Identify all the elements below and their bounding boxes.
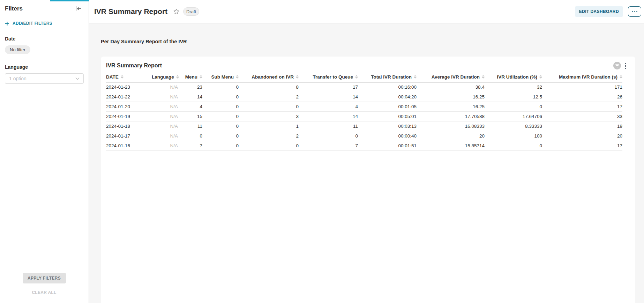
column-header-sub-menu[interactable]: Sub Menu [202,72,239,82]
chevron-down-icon [75,77,80,80]
status-badge: Draft [183,7,199,16]
column-header-abandoned-on-ivr[interactable]: Abandoned on IVR [239,72,299,82]
filters-panel-title: Filters [5,5,23,12]
table-cell: 38.4 [417,82,485,92]
table-cell: 0 [239,141,299,150]
table-cell: N/A [152,111,178,121]
filters-sidebar: Filters ADD/EDIT FILTERS Date No filter … [0,0,89,303]
table-cell: 2024-01-20 [106,102,152,111]
table-cell: 4 [178,102,202,111]
table-cell: 171 [542,82,622,92]
table-cell: N/A [152,92,178,102]
column-header-menu[interactable]: Menu [178,72,202,82]
table-cell: 00:01:05 [358,102,417,111]
column-header-transfer-to-queue[interactable]: Transfer to Queue [299,72,358,82]
chart-menu-button[interactable] [623,61,628,71]
table-cell: 7 [178,141,202,150]
sort-icon [236,75,239,79]
table-row: 2024-01-19N/A15031400:05:0117.7058817.64… [106,111,622,121]
column-header-label: Average IVR Duration [432,74,480,80]
sort-icon [121,75,123,79]
cross-filter-indicator-button[interactable] [613,62,621,69]
column-header-label: Total IVR Duration [371,74,412,80]
apply-filters-button[interactable]: APPLY FILTERS [23,273,66,283]
more-options-button[interactable] [628,6,641,17]
favorite-star-button[interactable] [173,8,180,15]
column-header-label: IVR Utilization (%) [497,74,538,80]
table-cell: 00:04:20 [358,92,417,102]
table-cell: 17 [542,102,622,111]
table-cell: 2024-01-23 [106,82,152,92]
table-cell: 23 [178,82,202,92]
table-row: 2024-01-16N/A700700:01:5115.85714017 [106,141,622,150]
chart-title: IVR Summary Report [106,61,630,70]
table-cell: 0 [202,102,239,111]
column-header-label: Menu [185,74,197,80]
column-header-ivr-utilization[interactable]: IVR Utilization (%) [485,72,542,82]
table-cell: 0 [239,102,299,111]
column-header-label: Abandoned on IVR [252,74,294,80]
table-cell: 2024-01-18 [106,121,152,131]
table-cell: 0 [202,141,239,150]
table-cell: N/A [152,82,178,92]
date-filter-label: Date [5,36,84,42]
table-cell: 1 [239,121,299,131]
language-filter-select[interactable]: 1 option [5,73,84,84]
table-row: 2024-01-23N/A23081700:16:0038.432171 [106,82,622,92]
table-cell: 17.64706 [485,111,542,121]
column-header-label: Language [152,74,174,80]
table-cell: 8 [239,82,299,92]
edit-dashboard-button[interactable]: EDIT DASHBOARD [575,6,623,17]
dashboard-header: IVR Summary Report Draft EDIT DASHBOARD [89,0,644,23]
table-cell: 100 [485,131,542,141]
column-header-total-ivr-duration[interactable]: Total IVR Duration [358,72,417,82]
table-header-row: DATELanguageMenuSub MenuAbandoned on IVR… [106,72,622,82]
filter-indicator-icon [615,64,619,67]
table-cell: 0 [299,131,358,141]
column-header-label: DATE [106,74,119,80]
language-filter-label: Language [5,64,84,70]
column-header-average-ivr-duration[interactable]: Average IVR Duration [417,72,485,82]
table-cell: 19 [542,121,622,131]
table-cell: 14 [299,111,358,121]
select-value: 1 option [9,76,27,81]
table-cell: 16.25 [417,92,485,102]
table-cell: 15 [178,111,202,121]
date-filter-chip[interactable]: No filter [5,45,30,54]
table-cell: 17 [299,82,358,92]
plus-icon [5,21,9,26]
markdown-text: Per Day Summary Report of the IVR [101,39,187,44]
table-cell: 2 [239,92,299,102]
column-header-label: Transfer to Queue [313,74,353,80]
column-header-maximum-ivr-duration-s[interactable]: Maximum IVR Duration (s) [542,72,622,82]
table-cell: 4 [299,102,358,111]
table-cell: 2024-01-22 [106,92,152,102]
collapse-sidebar-button[interactable] [75,5,82,13]
table-cell: 16.25 [417,102,485,111]
table-cell: N/A [152,141,178,150]
table-cell: 0 [202,82,239,92]
table-cell: 15.85714 [417,141,485,150]
table-cell: 2 [239,131,299,141]
table-cell: 12.5 [485,92,542,102]
column-header-date[interactable]: DATE [106,72,152,82]
table-cell: N/A [152,121,178,131]
column-header-label: Maximum IVR Duration (s) [559,74,617,80]
table-cell: 3 [239,111,299,121]
active-tab-indicator [50,0,89,1]
table-cell: 0 [178,131,202,141]
table-cell: 16.08333 [417,121,485,131]
table-cell: N/A [152,131,178,141]
table-cell: 8.33333 [485,121,542,131]
table-cell: 32 [485,82,542,92]
clear-all-button[interactable]: CLEAR ALL [32,290,56,295]
dashboard-content: Per Day Summary Report of the IVR IVR Su… [89,23,644,303]
column-header-language[interactable]: Language [152,72,178,82]
add-edit-filters-button[interactable]: ADD/EDIT FILTERS [5,21,52,26]
table-cell: 33 [542,111,622,121]
table-cell: 00:03:13 [358,121,417,131]
page-title: IVR Summary Report [94,7,167,16]
table-row: 2024-01-22N/A14021400:04:2016.2512.526 [106,92,622,102]
table-cell: 0 [485,102,542,111]
ellipsis-icon [632,11,637,12]
